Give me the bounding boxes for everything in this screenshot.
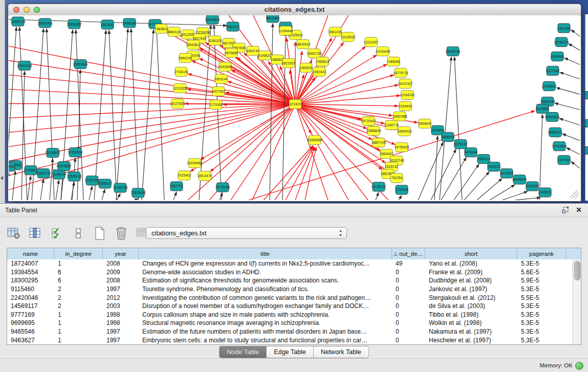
graph-node[interactable]: 20610443 — [17, 61, 32, 70]
graph-node[interactable]: 12093832 — [542, 81, 557, 91]
graph-node[interactable]: 8471676 — [500, 169, 513, 178]
graph-node-selected[interactable]: 9146821 — [258, 51, 271, 60]
graph-node-selected[interactable]: 11015519 — [341, 32, 356, 41]
graph-node-selected[interactable]: 16039489 — [187, 159, 202, 168]
graph-node-selected[interactable]: 9154409 — [399, 101, 412, 111]
graph-node-selected[interactable]: 18107554 — [170, 99, 185, 108]
graph-node[interactable]: 7632621 — [487, 162, 500, 171]
graph-node-selected[interactable]: 19654923 — [397, 127, 412, 136]
column-header-in_degree[interactable]: in_degree — [54, 248, 103, 259]
graph-node[interactable]: 11145194 — [52, 170, 66, 179]
graph-node[interactable]: 14055724 — [11, 17, 26, 26]
graph-node[interactable]: 6466160 — [123, 18, 136, 28]
float-window-icon[interactable] — [561, 206, 570, 214]
graph-node[interactable]: 9227343 — [546, 66, 559, 75]
graph-node-selected[interactable]: 19384554 — [308, 136, 322, 145]
column-header-pagerank[interactable]: pagerank — [517, 248, 566, 259]
graph-node-selected[interactable]: 1990443 — [313, 67, 326, 76]
table-row[interactable]: 946554611997Estimation of the future num… — [7, 327, 573, 336]
graph-node-selected[interactable]: 16961758 — [307, 49, 322, 58]
graph-node-selected[interactable]: 8912935 — [181, 30, 194, 39]
graph-node[interactable]: 12505135 — [67, 172, 82, 181]
new-file-icon[interactable] — [93, 226, 107, 240]
graph-node[interactable]: 1167533 — [558, 156, 571, 165]
column-header-year[interactable]: year — [103, 248, 139, 259]
table-row[interactable]: 1830029562008Estimation of significance … — [7, 276, 573, 285]
graph-node[interactable]: 17016504 — [552, 142, 567, 151]
select-rows-icon[interactable] — [50, 226, 64, 240]
graph-node[interactable]: 9245022 — [526, 182, 539, 191]
graph-node[interactable]: 15692971 — [548, 128, 563, 137]
graph-node-selected[interactable]: 8186328 — [208, 36, 222, 45]
window-titlebar[interactable]: citations_edges.txt — [8, 4, 581, 16]
graph-node-selected[interactable]: 7963822 — [155, 24, 168, 33]
table-row[interactable]: 911546021997Tourette syndrome. Phenomeno… — [7, 285, 573, 294]
graph-node-selected[interactable]: 2718126 — [175, 67, 188, 76]
graph-node-selected[interactable]: 8427552 — [212, 86, 225, 96]
graph-node-selected[interactable]: 18640910 — [296, 39, 311, 49]
graph-node[interactable]: 20206576 — [46, 148, 60, 158]
graph-node[interactable]: 9329966 — [551, 52, 564, 61]
graph-node[interactable]: 14136141 — [372, 182, 386, 191]
graph-node-selected[interactable]: 9699695 — [418, 119, 431, 128]
graph-node-selected[interactable]: 9875685 — [225, 48, 238, 57]
graph-node[interactable]: 8813054 — [266, 15, 279, 23]
window-resize-grip[interactable] — [570, 190, 579, 199]
row-height-icon[interactable] — [71, 226, 85, 240]
graph-node[interactable]: 12942737 — [36, 169, 51, 178]
graph-node[interactable]: 1527602 — [101, 20, 114, 29]
graph-node[interactable]: 20353346 — [73, 59, 88, 69]
graph-node-selected[interactable]: 9861036 — [329, 27, 342, 36]
graph-node-selected[interactable]: 12213359 — [173, 83, 188, 93]
graph-node-selected[interactable]: 16107427 — [398, 79, 413, 88]
graph-node-selected[interactable]: 11254448 — [278, 26, 293, 35]
graph-node[interactable]: 90975887 — [57, 162, 72, 171]
graph-node-selected[interactable]: 7625402 — [178, 171, 191, 180]
column-header-title[interactable]: title — [139, 248, 392, 259]
graph-node-selected[interactable]: 12211907 — [364, 37, 379, 47]
graph-node-selected[interactable]: 9242848 — [219, 62, 232, 71]
table-row[interactable]: 1872400712008Changes of HCN gene express… — [7, 259, 573, 268]
graph-node[interactable]: 16648784 — [446, 47, 461, 56]
table-row[interactable]: 977716911998Corpus callosum shape and si… — [7, 311, 573, 319]
graph-node[interactable]: 6279197 — [454, 140, 467, 149]
graph-node[interactable]: 2935114 — [477, 155, 490, 164]
graph-node[interactable]: 15751074 — [554, 37, 569, 47]
column-header-short[interactable]: short — [425, 248, 517, 259]
graph-node-selected[interactable]: 9890234 — [179, 53, 192, 62]
graph-node[interactable]: 15716485 — [215, 183, 230, 192]
graph-node[interactable]: 1812304 — [557, 24, 571, 33]
graph-node[interactable]: 8215958 — [536, 104, 549, 113]
table-row[interactable]: 946362711997Embryonic stem cells: a mode… — [7, 336, 573, 344]
graph-node-selected[interactable]: 6822057 — [282, 58, 295, 68]
graph-node-selected[interactable]: 14957988 — [393, 112, 407, 121]
graph-node-selected[interactable]: 1362615 — [299, 63, 313, 72]
graph-node-selected[interactable]: 8454749 — [246, 46, 259, 55]
scrollbar-thumb[interactable] — [574, 261, 580, 280]
graph-node-selected[interactable]: 15720407 — [361, 117, 376, 126]
table-row[interactable]: 1456911722003Disruption of a novel membe… — [7, 302, 573, 311]
tab-node-table[interactable]: Node Table — [219, 346, 267, 358]
graph-node[interactable]: 1245012 — [538, 188, 552, 197]
graph-node[interactable]: 16958107 — [98, 179, 113, 188]
graph-node-selected[interactable]: 752254 — [390, 173, 403, 183]
graph-node-selected[interactable]: 1170066 — [210, 100, 223, 109]
table-row[interactable]: 969969511998Structural magnetic resonanc… — [7, 319, 573, 327]
graph-node[interactable]: 9474444 — [464, 148, 477, 157]
graph-node[interactable]: 16210643 — [545, 113, 560, 122]
graph-node-selected[interactable]: 19743493 — [376, 47, 390, 56]
table-columns-icon[interactable] — [28, 226, 42, 240]
graph-node-selected[interactable]: 10688609 — [366, 126, 381, 136]
graph-node-selected[interactable]: 18807249 — [372, 138, 386, 147]
graph-node[interactable]: 1733426 — [395, 185, 408, 194]
graph-node[interactable]: 20691406 — [38, 18, 53, 28]
graph-node-selected[interactable]: 7485083 — [387, 57, 400, 66]
graph-node-selected[interactable]: 16543812 — [186, 40, 201, 49]
graph-node-selected[interactable]: 16914479 — [198, 171, 212, 181]
graph-node[interactable]: 16846633 — [512, 175, 527, 184]
graph-node-selected[interactable]: 18775715 — [394, 68, 408, 77]
graph-node-selected[interactable]: 2803144 — [214, 74, 228, 83]
graph-node-selected[interactable]: 12164181 — [400, 90, 415, 99]
table-row[interactable]: 2242004622012Investigating the contribut… — [7, 293, 573, 302]
panel-collapse-arrow-icon[interactable] — [1, 176, 3, 180]
